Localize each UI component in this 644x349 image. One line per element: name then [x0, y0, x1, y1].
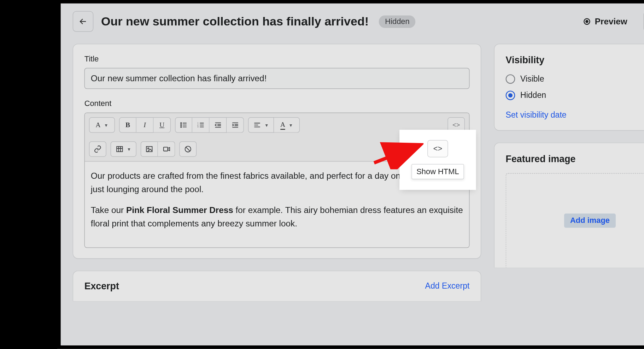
code-icon: <> — [433, 144, 443, 153]
chevron-down-icon: ▼ — [264, 123, 269, 127]
set-visibility-date-link[interactable]: Set visibility date — [506, 111, 567, 120]
chevron-down-icon: ▼ — [104, 123, 108, 127]
italic-button[interactable]: I — [136, 117, 154, 133]
page-title: Our new summer collection has finally ar… — [101, 15, 369, 29]
show-html-button-inline[interactable]: <> — [447, 117, 465, 133]
image-button[interactable] — [141, 141, 158, 157]
radio-label: Hidden — [520, 91, 546, 100]
bullet-list-icon — [180, 121, 188, 129]
show-html-button[interactable]: <> — [427, 140, 448, 158]
bullet-list-button[interactable] — [175, 117, 192, 133]
radio-icon — [506, 75, 515, 84]
visibility-title: Visibility — [506, 55, 644, 66]
svg-point-7 — [181, 126, 182, 128]
show-html-tooltip: Show HTML — [412, 164, 464, 179]
bold-text-run: Pink Floral Summer Dress — [126, 206, 233, 215]
featured-image-dropzone[interactable]: Add image — [506, 173, 644, 268]
code-icon: <> — [452, 121, 460, 129]
svg-point-2 — [586, 20, 588, 23]
radio-icon — [506, 91, 515, 100]
add-image-button[interactable]: Add image — [564, 214, 616, 228]
bold-button[interactable]: B — [119, 117, 136, 133]
excerpt-title: Excerpt — [84, 280, 119, 292]
svg-rect-30 — [146, 147, 152, 152]
svg-text:3: 3 — [197, 125, 198, 128]
title-label: Title — [84, 55, 470, 64]
italic-icon: I — [144, 121, 146, 129]
svg-point-3 — [181, 123, 182, 124]
featured-image-title: Featured image — [506, 153, 644, 165]
svg-rect-26 — [117, 147, 122, 152]
indent-button[interactable] — [227, 117, 244, 133]
align-button[interactable]: ▼ — [248, 117, 274, 133]
no-entry-icon — [184, 145, 192, 153]
svg-line-35 — [186, 147, 190, 151]
clear-formatting-button[interactable] — [179, 141, 197, 157]
underline-icon: U — [159, 121, 164, 129]
font-color-button[interactable]: A ▼ — [274, 117, 300, 133]
chevron-down-icon: ▼ — [289, 123, 293, 127]
link-button[interactable] — [89, 141, 106, 157]
visibility-option-hidden[interactable]: Hidden — [506, 91, 644, 100]
align-left-icon — [253, 121, 261, 129]
svg-rect-32 — [163, 147, 168, 151]
numbered-list-icon: 123 — [197, 121, 205, 129]
numbered-list-button[interactable]: 123 — [192, 117, 210, 133]
featured-image-card: Featured image Add image — [494, 143, 644, 268]
outdent-button[interactable] — [210, 117, 227, 133]
content-paragraph: Take our Pink Floral Summer Dress for ex… — [91, 204, 463, 230]
video-button[interactable] — [158, 141, 175, 157]
preview-label: Preview — [595, 17, 627, 26]
visibility-card: Visibility Visible Hidden Set visibility… — [494, 44, 644, 131]
table-button[interactable]: ▼ — [111, 141, 136, 157]
paragraph-format-label: A — [96, 121, 101, 129]
svg-point-5 — [181, 125, 182, 126]
page-header: Our new summer collection has finally ar… — [61, 4, 644, 32]
underline-button[interactable]: U — [153, 117, 171, 133]
arrow-left-icon — [79, 17, 87, 26]
preview-button[interactable]: Preview — [579, 14, 632, 29]
excerpt-card: Excerpt Add Excerpt — [73, 271, 481, 301]
image-icon — [145, 145, 153, 153]
font-color-icon: A — [280, 120, 285, 130]
paragraph-format-button[interactable]: A ▼ — [89, 117, 115, 133]
table-icon — [116, 145, 123, 153]
show-html-highlight: <> Show HTML — [401, 131, 474, 188]
link-icon — [94, 145, 101, 153]
add-excerpt-link[interactable]: Add Excerpt — [425, 282, 470, 291]
bold-icon: B — [125, 121, 130, 129]
eye-icon — [583, 17, 591, 26]
radio-label: Visible — [520, 75, 544, 84]
title-input[interactable] — [84, 68, 470, 89]
chevron-down-icon: ▼ — [127, 147, 131, 152]
status-badge: Hidden — [379, 15, 415, 28]
back-button[interactable] — [73, 11, 93, 32]
text-run: Take our — [91, 206, 126, 215]
indent-icon — [231, 121, 239, 129]
video-icon — [162, 145, 170, 153]
visibility-option-visible[interactable]: Visible — [506, 75, 644, 84]
outdent-icon — [214, 121, 222, 129]
content-label: Content — [84, 99, 470, 108]
svg-point-31 — [148, 148, 149, 149]
